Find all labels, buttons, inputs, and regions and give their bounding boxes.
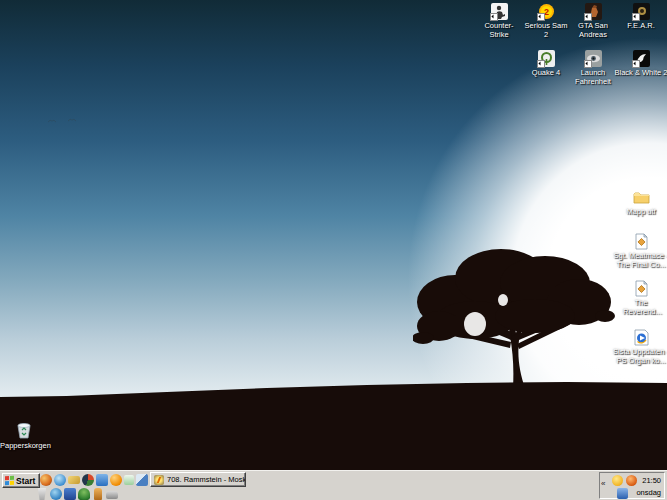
clock-time: 21:50 bbox=[636, 475, 661, 487]
desktop-icon-quake-4[interactable]: Quake 4 bbox=[522, 50, 570, 78]
windows-desktop-screen: Counter-Strike 2 Serious Sam 2 GTA San A… bbox=[0, 0, 667, 500]
blue-globe-icon[interactable] bbox=[54, 474, 66, 486]
winamp-icon bbox=[154, 475, 164, 485]
desktop-icon-file-sista-uppdaten[interactable]: Sista Uppdaten - PS Organ ko... bbox=[613, 329, 667, 365]
bird-silhouette bbox=[48, 119, 56, 123]
shortcut-arrow-icon bbox=[537, 60, 545, 68]
document-icon bbox=[633, 233, 650, 250]
start-button[interactable]: Start bbox=[2, 473, 40, 488]
desktop-icon-label: Papperskorgen bbox=[0, 442, 48, 451]
media-player-icon[interactable] bbox=[82, 474, 94, 486]
tree-silhouette bbox=[413, 228, 618, 392]
desktop-icon-label: Black & White 2 bbox=[613, 69, 667, 78]
tray-overflow-chevron[interactable]: « bbox=[601, 479, 605, 488]
desktop-icon-label: The Reverend... bbox=[613, 299, 667, 316]
gray-car-icon[interactable] bbox=[106, 491, 118, 499]
clock-day: onsdag bbox=[636, 487, 661, 499]
taskbar: Start 708. Rammstein - Moska... « bbox=[0, 470, 667, 500]
desktop-icon-folder[interactable]: Mapp utf bbox=[613, 189, 667, 217]
gold-key-icon[interactable] bbox=[68, 476, 80, 484]
desktop-icon-launch-fahrenheit[interactable]: Launch Fahrenheit bbox=[569, 50, 617, 86]
fear-icon bbox=[633, 3, 650, 20]
taskbar-window-label: 708. Rammstein - Moska... bbox=[167, 475, 246, 484]
pen-icon[interactable] bbox=[136, 474, 148, 486]
g-app-icon[interactable] bbox=[64, 488, 76, 500]
recycle-bin-icon bbox=[14, 420, 34, 440]
shortcut-arrow-icon bbox=[490, 13, 498, 21]
quick-launch-row-1 bbox=[40, 474, 148, 486]
desktop-icon-gta-san-andreas[interactable]: GTA San Andreas bbox=[569, 3, 617, 39]
orange-ball-icon[interactable] bbox=[110, 474, 122, 486]
amber-app-icon[interactable] bbox=[94, 488, 102, 500]
taskbar-window-button-winamp[interactable]: 708. Rammstein - Moska... bbox=[150, 472, 246, 487]
serious-sam-2-icon: 2 bbox=[538, 3, 555, 20]
shortcut-arrow-icon bbox=[632, 13, 640, 21]
desktop-icon-label: GTA San Andreas bbox=[569, 22, 617, 39]
messenger-icon[interactable] bbox=[96, 474, 108, 486]
counter-strike-icon bbox=[491, 3, 508, 20]
green-app-icon[interactable] bbox=[124, 475, 134, 485]
blue-creature-icon[interactable] bbox=[50, 488, 62, 500]
tree-app-icon[interactable] bbox=[78, 488, 90, 500]
quick-launch-row-2 bbox=[36, 488, 118, 500]
desktop-icon-counter-strike[interactable]: Counter-Strike bbox=[475, 3, 523, 39]
gta-san-andreas-icon bbox=[585, 3, 602, 20]
taskbar-clock[interactable]: 21:50 onsdag bbox=[636, 475, 661, 499]
orange-tray-icon[interactable] bbox=[626, 475, 637, 486]
smiley-tray-icon[interactable] bbox=[612, 475, 623, 486]
shortcut-arrow-icon bbox=[632, 60, 640, 68]
system-tray: « 21:50 onsdag bbox=[599, 472, 665, 499]
desktop-icon-label: Sista Uppdaten - PS Organ ko... bbox=[613, 348, 667, 365]
document-icon bbox=[633, 280, 650, 297]
quake-4-icon bbox=[538, 50, 555, 67]
desktop-icon-label: Quake 4 bbox=[522, 69, 570, 78]
media-file-icon bbox=[633, 329, 650, 346]
desktop-icon-label: Mapp utf bbox=[613, 208, 667, 217]
trash-app-icon[interactable] bbox=[36, 488, 48, 500]
desktop-icon-recycle-bin[interactable]: Papperskorgen bbox=[0, 420, 48, 451]
desktop-wallpaper: Counter-Strike 2 Serious Sam 2 GTA San A… bbox=[0, 0, 667, 470]
desktop-icon-label: Launch Fahrenheit bbox=[569, 69, 617, 86]
desktop-icon-fear[interactable]: F.E.A.R. bbox=[617, 3, 665, 31]
fahrenheit-icon bbox=[585, 50, 602, 67]
blue-tray-icon[interactable] bbox=[617, 488, 628, 499]
firefox-icon[interactable] bbox=[40, 474, 52, 486]
desktop-icon-label: Sgt. Meatmace - The Final Co... bbox=[613, 252, 667, 269]
start-button-label: Start bbox=[16, 476, 35, 486]
shortcut-arrow-icon bbox=[584, 13, 592, 21]
desktop-icon-label: Serious Sam 2 bbox=[522, 22, 570, 39]
desktop-icon-file-the-reverend[interactable]: The Reverend... bbox=[613, 280, 667, 316]
black-white-2-icon bbox=[633, 50, 650, 67]
shortcut-arrow-icon bbox=[584, 60, 592, 68]
desktop-icon-label: Counter-Strike bbox=[475, 22, 523, 39]
shortcut-arrow-icon bbox=[537, 13, 545, 21]
desktop-icon-serious-sam-2[interactable]: 2 Serious Sam 2 bbox=[522, 3, 570, 39]
bird-silhouette bbox=[68, 118, 76, 122]
desktop-icon-black-white-2[interactable]: Black & White 2 bbox=[613, 50, 667, 78]
ground-silhouette bbox=[0, 370, 667, 470]
desktop-icon-label: F.E.A.R. bbox=[617, 22, 665, 31]
folder-icon bbox=[633, 189, 650, 206]
desktop-icon-file-sgt-meatmace[interactable]: Sgt. Meatmace - The Final Co... bbox=[613, 233, 667, 269]
windows-logo-icon bbox=[5, 476, 14, 486]
